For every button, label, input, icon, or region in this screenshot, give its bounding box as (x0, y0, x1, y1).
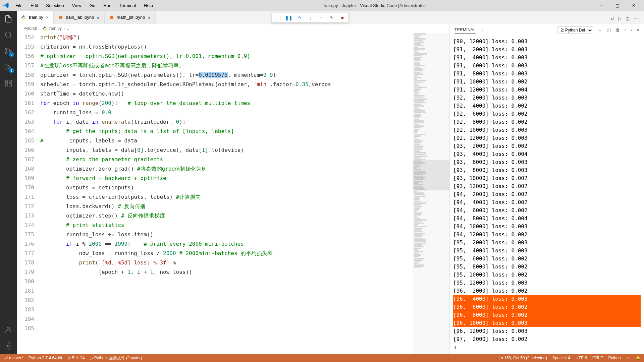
dirty-indicator-icon[interactable]: ● (148, 15, 150, 20)
status-spaces[interactable]: Spaces: 4 (552, 356, 570, 360)
menu-view[interactable]: View (69, 2, 85, 9)
close-button[interactable]: ✕ (626, 0, 641, 11)
jupyter-file-icon (58, 15, 63, 20)
explorer-icon[interactable] (4, 14, 13, 23)
search-icon[interactable] (4, 30, 13, 40)
breadcrumb-item[interactable]: ... (67, 26, 70, 31)
minimize-button[interactable]: ─ (594, 0, 609, 11)
svg-point-8 (7, 327, 10, 330)
dirty-indicator-icon[interactable]: ● (97, 15, 99, 20)
terminal-tab[interactable]: TERMINAL (454, 26, 476, 34)
window-title: train.py - Jupyter - Visual Studio Code … (156, 3, 594, 8)
status-feedback-icon[interactable]: ☺ (626, 356, 630, 360)
main-menu: File Edit Selection View Go Run Terminal… (12, 2, 156, 9)
status-bar: ⎇ master* Python 3.7.4 64-bit ⊘ 5 ⚠ 24 ▷… (0, 354, 644, 362)
status-cursor[interactable]: Ln 159, Col 50 (9 selected) (499, 356, 547, 360)
extensions-icon[interactable] (4, 78, 13, 88)
close-panel-icon[interactable]: × (637, 27, 639, 33)
svg-point-3 (10, 50, 11, 52)
svg-point-11 (110, 15, 114, 19)
status-branch[interactable]: ⎇ master* (3, 356, 23, 360)
status-problems[interactable]: ⊘ 5 ⚠ 24 (67, 356, 85, 360)
chevron-right-icon: › (64, 26, 65, 31)
status-notifications-icon[interactable]: 🔔 (636, 356, 641, 360)
terminal-output[interactable]: [90, 12000] loss: 0.003[91, 2000] loss: … (450, 36, 644, 354)
menu-run[interactable]: Run (100, 2, 115, 9)
split-editor-icon[interactable]: ◫ (626, 16, 630, 21)
svg-point-1 (6, 48, 7, 50)
status-run-config[interactable]: ▷ Python: 当前文件 (Jupyter) (90, 355, 142, 361)
svg-rect-7 (9, 84, 11, 86)
tab-train-py[interactable]: train.py × (17, 11, 54, 24)
status-language[interactable]: Python (608, 356, 621, 360)
status-encoding[interactable]: UTF-8 (576, 356, 587, 360)
svg-rect-4 (5, 80, 8, 82)
tab-label: train.py (29, 15, 43, 20)
scm-badge: 8 (9, 52, 14, 57)
svg-rect-6 (5, 84, 8, 86)
menu-terminal[interactable]: Terminal (116, 2, 139, 9)
chevron-right-icon: › (39, 26, 41, 31)
debug-icon[interactable]: 1 (4, 62, 13, 72)
vscode-logo-icon (3, 2, 9, 9)
jupyter-file-icon (109, 15, 114, 20)
title-bar: File Edit Selection View Go Run Terminal… (0, 0, 644, 11)
step-out-icon[interactable]: ↑ (318, 14, 324, 21)
menu-go[interactable]: Go (86, 2, 99, 9)
tab-label: math_plt.ipynb (117, 15, 145, 20)
line-numbers: 1541551561571581591601611621631641651661… (17, 33, 40, 354)
editor-actions: ⇄ ▷ ◫ ⋯ (608, 13, 641, 24)
status-python[interactable]: Python 3.7.4 64-bit (29, 356, 62, 360)
menu-file[interactable]: File (12, 2, 26, 9)
new-terminal-icon[interactable]: ＋ (598, 27, 602, 33)
menu-selection[interactable]: Selection (43, 2, 67, 9)
svg-point-10 (59, 15, 63, 19)
activity-bar: 8 1 (0, 11, 17, 354)
account-icon[interactable] (4, 325, 13, 335)
menu-help[interactable]: Help (141, 2, 156, 9)
next-terminal-icon[interactable]: › (631, 27, 632, 33)
svg-point-2 (6, 52, 7, 54)
close-tab-icon[interactable]: × (46, 15, 49, 20)
svg-point-0 (5, 32, 11, 37)
terminal-header: TERMINAL ⋯ 2: Python Del ＋ ◫ 🗑 ‹ › × (450, 24, 644, 36)
prev-terminal-icon[interactable]: ‹ (625, 27, 626, 33)
svg-point-9 (7, 345, 9, 347)
compare-changes-icon[interactable]: ⇄ (610, 16, 614, 21)
editor[interactable]: 1541551561571581591601611621631641651661… (17, 33, 449, 354)
run-file-icon[interactable]: ▷ (618, 16, 622, 21)
source-control-icon[interactable]: 8 (4, 46, 13, 56)
restart-icon[interactable]: ↻ (328, 14, 335, 21)
svg-rect-5 (9, 80, 11, 82)
more-panels-icon[interactable]: ⋯ (480, 27, 485, 33)
step-over-icon[interactable]: ↷ (296, 14, 303, 21)
tab-math-plt-ipynb[interactable]: math_plt.ipynb ● (105, 11, 156, 24)
python-file-icon (43, 26, 47, 31)
status-eol[interactable]: CRLF (592, 356, 603, 360)
step-into-icon[interactable]: ↓ (307, 14, 314, 21)
settings-icon[interactable] (4, 341, 13, 351)
debug-toolbar[interactable]: ⋮⋮ ❚❚ ↷ ↓ ↑ ↻ ■ (272, 13, 349, 23)
pause-icon[interactable]: ❚❚ (285, 14, 292, 21)
menu-edit[interactable]: Edit (27, 2, 41, 9)
more-actions-icon[interactable]: ⋯ (634, 16, 638, 21)
tab-train-lab-ipynb[interactable]: train_lab.ipynb ● (54, 11, 105, 24)
debug-badge: 1 (9, 68, 14, 73)
stop-icon[interactable]: ■ (339, 14, 346, 21)
terminal-panel: TERMINAL ⋯ 2: Python Del ＋ ◫ 🗑 ‹ › × [90… (449, 24, 644, 354)
maximize-button[interactable]: ▢ (610, 0, 625, 11)
breadcrumb-item[interactable]: train.py (49, 26, 62, 31)
drag-handle-icon[interactable]: ⋮⋮ (275, 14, 281, 21)
breadcrumb-item[interactable]: Pytorch (23, 26, 37, 31)
code-content[interactable]: print("训练")criterion = nn.CrossEntropyLo… (40, 33, 449, 354)
kill-terminal-icon[interactable]: 🗑 (615, 27, 620, 33)
python-file-icon (21, 15, 26, 20)
tab-label: train_lab.ipynb (66, 15, 94, 20)
minimap[interactable] (413, 33, 449, 354)
split-terminal-icon[interactable]: ◫ (607, 27, 611, 33)
terminal-selector[interactable]: 2: Python Del (557, 26, 593, 34)
